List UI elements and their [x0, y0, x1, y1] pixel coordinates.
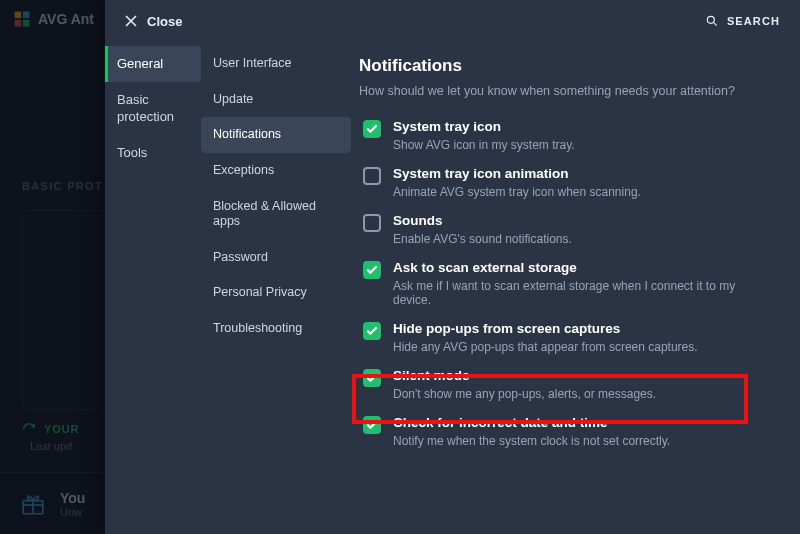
option-row: Silent modeDon't show me any pop-ups, al… [359, 361, 778, 408]
secondary-tab-update[interactable]: Update [201, 82, 351, 118]
option-row: Check for incorrect date and timeNotify … [359, 408, 778, 455]
check-icon [366, 264, 378, 276]
option-row: System tray icon animationAnimate AVG sy… [359, 159, 778, 206]
secondary-tab-password[interactable]: Password [201, 240, 351, 276]
option-checkbox[interactable] [363, 261, 381, 279]
options-list: System tray iconShow AVG icon in my syst… [359, 112, 778, 455]
secondary-tab-blocked-allowed-apps[interactable]: Blocked & Allowed apps [201, 189, 351, 240]
close-button[interactable]: Close [125, 14, 182, 29]
section-title: Notifications [359, 56, 778, 76]
option-checkbox[interactable] [363, 416, 381, 434]
secondary-tab-troubleshooting[interactable]: Troubleshooting [201, 311, 351, 347]
option-title: Sounds [393, 213, 572, 228]
option-title: System tray icon [393, 119, 575, 134]
panel-topbar: Close SEARCH [105, 0, 800, 42]
primary-tab-tools[interactable]: Tools [105, 135, 201, 171]
option-sub: Don't show me any pop-ups, alerts, or me… [393, 387, 656, 401]
option-checkbox[interactable] [363, 322, 381, 340]
option-sub: Hide any AVG pop-ups that appear from sc… [393, 340, 698, 354]
option-sub: Ask me if I want to scan external storag… [393, 279, 774, 307]
option-title: Ask to scan external storage [393, 260, 774, 275]
check-icon [366, 325, 378, 337]
option-sub: Enable AVG's sound notifications. [393, 232, 572, 246]
option-sub: Show AVG icon in my system tray. [393, 138, 575, 152]
check-icon [366, 123, 378, 135]
settings-content: Notifications How should we let you know… [351, 42, 800, 534]
option-checkbox[interactable] [363, 120, 381, 138]
option-checkbox[interactable] [363, 167, 381, 185]
check-icon [366, 419, 378, 431]
close-icon [125, 15, 137, 27]
search-button[interactable]: SEARCH [705, 14, 780, 28]
secondary-nav: User InterfaceUpdateNotificationsExcepti… [201, 42, 351, 534]
option-title: Silent mode [393, 368, 656, 383]
option-checkbox[interactable] [363, 214, 381, 232]
option-row: System tray iconShow AVG icon in my syst… [359, 112, 778, 159]
option-sub: Animate AVG system tray icon when scanni… [393, 185, 641, 199]
primary-tab-general[interactable]: General [105, 46, 201, 82]
option-title: System tray icon animation [393, 166, 641, 181]
search-icon [705, 14, 719, 28]
option-row: SoundsEnable AVG's sound notifications. [359, 206, 778, 253]
option-sub: Notify me when the system clock is not s… [393, 434, 670, 448]
svg-point-5 [707, 16, 714, 23]
option-row: Ask to scan external storageAsk me if I … [359, 253, 778, 314]
option-title: Hide pop-ups from screen captures [393, 321, 698, 336]
check-icon [366, 372, 378, 384]
secondary-tab-user-interface[interactable]: User Interface [201, 46, 351, 82]
search-label: SEARCH [727, 15, 780, 27]
secondary-tab-personal-privacy[interactable]: Personal Privacy [201, 275, 351, 311]
option-checkbox[interactable] [363, 369, 381, 387]
primary-nav: GeneralBasic protectionTools [105, 42, 201, 534]
option-row: Hide pop-ups from screen capturesHide an… [359, 314, 778, 361]
section-sub: How should we let you know when somethin… [359, 84, 778, 98]
close-label: Close [147, 14, 182, 29]
secondary-tab-exceptions[interactable]: Exceptions [201, 153, 351, 189]
secondary-tab-notifications[interactable]: Notifications [201, 117, 351, 153]
settings-panel: Close SEARCH GeneralBasic protectionTool… [105, 0, 800, 534]
option-title: Check for incorrect date and time [393, 415, 670, 430]
primary-tab-basic-protection[interactable]: Basic protection [105, 82, 201, 135]
